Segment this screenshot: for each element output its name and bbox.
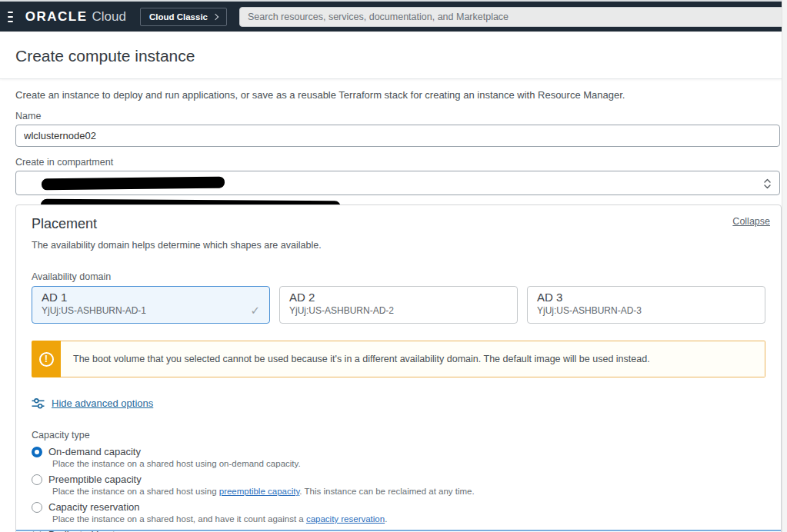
ad-subtitle: YjUj:US-ASHBURN-AD-3 [537,305,755,316]
warning-icon-block: ! [32,341,61,377]
radio-icon [32,502,42,513]
radio-description: Place the instance on a shared host usin… [52,459,770,468]
cloud-classic-button[interactable]: Cloud Classic [140,8,227,26]
placement-subtitle: The availability domain helps determine … [32,240,770,251]
compartment-field-label: Create in compartment [15,157,766,168]
desc-text: . [385,514,387,524]
advanced-options-link[interactable]: Hide advanced options [52,397,153,409]
radio-on-demand-capacity[interactable]: On-demand capacity [32,446,770,457]
sliders-icon [32,397,45,410]
warning-icon: ! [39,352,54,367]
desc-text: . This instance can be reclaimed at any … [299,487,474,496]
ad-title: AD 3 [537,291,755,304]
availability-domain-label: Availability domain [32,271,770,282]
oracle-cloud-logo[interactable]: ORACLE Cloud [25,9,126,25]
compartment-select[interactable] [15,171,780,195]
advanced-options-toggle[interactable]: Hide advanced options [32,397,770,410]
name-field-label: Name [15,111,766,121]
next-section-edge [16,530,781,531]
ad-card-1[interactable]: AD 1 YjUj:US-ASHBURN-AD-1 ✓ [32,286,270,324]
desc-text: Place the instance on a shared host, and… [52,514,306,524]
checkmark-icon: ✓ [250,304,260,318]
placement-title: Placement [32,216,97,232]
ad-card-3[interactable]: AD 3 YjUj:US-ASHBURN-AD-3 [527,286,765,324]
page-header: Create compute instance [0,33,782,79]
ad-subtitle: YjUj:US-ASHBURN-AD-2 [289,305,508,316]
vertical-scrollbar[interactable] [782,0,787,532]
form-area: Create an instance to deploy and run app… [0,80,782,212]
availability-domain-cards: AD 1 YjUj:US-ASHBURN-AD-1 ✓ AD 2 YjUj:US… [32,286,770,324]
radio-label: Capacity reservation [48,501,140,513]
radio-capacity-reservation[interactable]: Capacity reservation [32,501,770,513]
boot-volume-warning-banner: ! The boot volume that you selected cann… [32,341,765,377]
collapse-link[interactable]: Collapse [732,216,770,227]
brand-cloud: Cloud [92,9,126,25]
radio-label: Preemptible capacity [48,474,142,485]
ad-card-2[interactable]: AD 2 YjUj:US-ASHBURN-AD-2 [279,286,518,324]
search-input[interactable] [239,7,787,27]
instance-name-input[interactable] [15,125,780,147]
brand-oracle: ORACLE [25,9,88,25]
redacted-compartment-value [42,177,225,191]
page-title: Create compute instance [15,47,195,65]
radio-preemptible-capacity[interactable]: Preemptible capacity [32,474,770,485]
desc-text: Place the instance on a shared host usin… [52,487,219,496]
radio-icon [32,474,42,485]
capacity-reservation-link[interactable]: capacity reservation [306,514,385,524]
ad-title: AD 1 [42,291,260,304]
page-description: Create an instance to deploy and run app… [15,89,766,101]
warning-message: The boot volume that you selected cannot… [61,341,765,377]
global-search [239,7,787,27]
chevron-right-icon [212,13,218,19]
placement-section: Placement Collapse The availability doma… [15,204,782,532]
desc-text: Place the instance on a shared host usin… [52,459,301,468]
top-navigation-bar: ORACLE Cloud Cloud Classic [0,0,787,32]
hamburger-menu-icon[interactable] [8,12,13,22]
ad-title: AD 2 [289,291,508,304]
capacity-type-label: Capacity type [32,430,770,441]
radio-description: Place the instance on a shared host, and… [52,514,770,524]
radio-selected-icon [32,447,42,457]
create-compute-instance-screen: ORACLE Cloud Cloud Classic Create comput… [0,0,787,532]
ad-subtitle: YjUj:US-ASHBURN-AD-1 [42,305,260,316]
preemptible-capacity-link[interactable]: preemptible capacity [219,487,300,496]
select-stepper-icon [764,178,771,190]
cloud-classic-label: Cloud Classic [149,12,208,22]
radio-label: On-demand capacity [48,446,141,457]
radio-description: Place the instance on a shared host usin… [52,487,770,496]
